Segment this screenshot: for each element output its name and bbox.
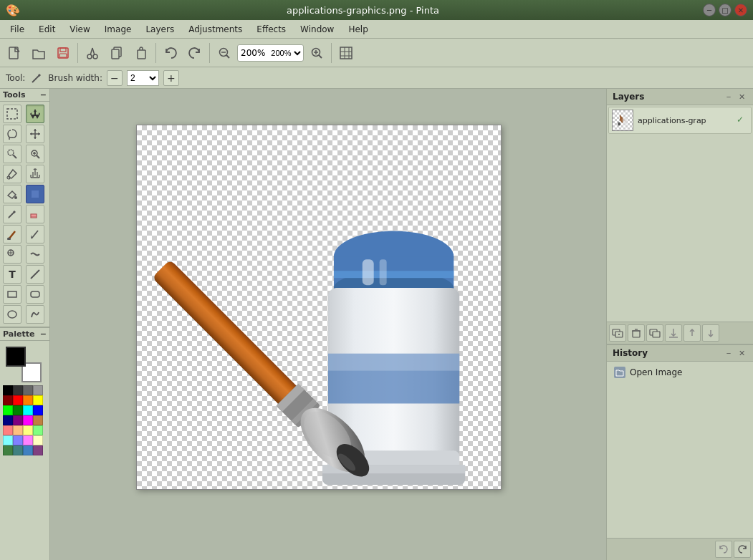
layer-move-up-button[interactable] [684,324,701,342]
grid-button[interactable] [335,42,358,64]
swatch-19[interactable] [33,435,43,445]
tool-eyedropper[interactable] [3,165,21,183]
menu-file[interactable]: File [3,23,32,36]
menu-image[interactable]: Image [97,23,139,36]
menu-window[interactable]: Window [293,23,341,36]
layer-visible-check[interactable]: ✓ [737,115,748,126]
swatch-gray[interactable] [23,385,33,395]
swatch-6[interactable] [23,405,33,415]
menu-adjustments[interactable]: Adjustments [181,23,249,36]
canvas-wrapper[interactable] [136,125,502,490]
swatch-darkgray[interactable] [13,385,23,395]
brush-width-select[interactable]: 1 2 3 4 5 [127,70,159,86]
tool-zoom[interactable] [26,145,44,163]
zoom-out-button[interactable] [213,42,236,64]
zoom-control[interactable]: 200% 100% 200% 400% [237,44,304,62]
menu-view[interactable]: View [62,23,97,36]
color-selector[interactable] [6,347,42,382]
tool-line[interactable] [26,265,44,284]
open-button[interactable] [27,42,50,64]
tool-smudge[interactable] [26,245,44,264]
swatch-17[interactable] [13,435,23,445]
layer-delete-button[interactable] [628,324,645,342]
layer-move-down-button[interactable] [702,324,719,342]
canvas-area[interactable] [50,89,606,560]
tool-eraser[interactable] [26,205,44,223]
tool-text[interactable]: T [3,265,21,284]
tool-rectangle-select[interactable] [3,105,21,123]
swatch-9[interactable] [13,415,23,425]
history-close[interactable]: ✕ [736,347,747,359]
layer-merge-down-button[interactable] [665,324,682,342]
menu-layers[interactable]: Layers [138,23,181,36]
brush-width-increase[interactable]: + [163,70,179,86]
swatch-4[interactable] [3,405,13,415]
tool-pencil[interactable] [3,205,21,223]
tool-ink[interactable] [26,225,44,243]
tool-move[interactable] [26,125,44,143]
palette-collapse[interactable]: − [40,329,47,339]
swatch-12[interactable] [3,425,13,435]
menu-edit[interactable]: Edit [32,23,62,36]
zoom-dropdown[interactable]: 100% 200% 400% [268,48,303,58]
redo-button[interactable] [183,42,206,64]
tool-clone[interactable] [3,245,21,264]
canvas-image[interactable] [137,125,502,491]
history-undo-button[interactable] [715,541,732,558]
tool-color-picker[interactable] [26,185,44,203]
history-redo-button[interactable] [734,541,751,558]
swatch-5[interactable] [13,405,23,415]
zoom-in-button[interactable] [305,42,328,64]
menu-help[interactable]: Help [341,23,375,36]
swatch-8[interactable] [3,415,13,425]
swatch-14[interactable] [23,425,33,435]
tool-move-selection[interactable] [26,105,44,123]
maximize-button[interactable]: □ [719,4,732,16]
swatch-22[interactable] [23,445,33,455]
layers-close[interactable]: ✕ [736,91,747,102]
layer-add-button[interactable] [609,324,626,342]
tool-freeform[interactable] [26,305,44,324]
menu-effects[interactable]: Effects [249,23,293,36]
tool-paintbrush[interactable] [3,225,21,243]
tool-pan[interactable] [26,165,44,183]
layers-minimize[interactable]: − [723,91,734,102]
history-minimize[interactable]: − [723,347,734,359]
layer-item[interactable]: applications-grap ✓ [608,107,752,134]
swatch-15[interactable] [33,425,43,435]
swatch-21[interactable] [13,445,23,455]
new-button[interactable] [3,42,26,64]
foreground-color[interactable] [6,347,26,367]
swatch-3[interactable] [33,395,43,405]
tool-paint-bucket[interactable] [3,185,21,203]
cut-button[interactable] [81,42,104,64]
undo-button[interactable] [159,42,182,64]
paste-button[interactable] [130,42,153,64]
swatch-13[interactable] [13,425,23,435]
tool-rectangle[interactable] [3,285,21,304]
swatch-20[interactable] [3,445,13,455]
swatch-23[interactable] [33,445,43,455]
layer-duplicate-button[interactable] [646,324,663,342]
swatch-16[interactable] [3,435,13,445]
swatch-1[interactable] [13,395,23,405]
save-as-button[interactable] [52,42,75,64]
swatch-black[interactable] [3,385,13,395]
minimize-button[interactable]: ─ [703,4,716,16]
swatch-18[interactable] [23,435,33,445]
swatch-0[interactable] [3,395,13,405]
swatch-11[interactable] [33,415,43,425]
history-item[interactable]: Open Image [610,365,750,380]
swatch-7[interactable] [33,405,43,415]
tool-lasso[interactable] [3,125,21,143]
swatch-lightgray[interactable] [33,385,43,395]
tool-rounded-rect[interactable] [26,285,44,304]
swatch-10[interactable] [23,415,33,425]
copy-button[interactable] [105,42,128,64]
close-button[interactable]: ✕ [734,4,747,16]
tool-magic-wand[interactable] [3,145,21,163]
tools-collapse[interactable]: − [40,90,47,100]
brush-width-decrease[interactable]: − [107,70,123,86]
swatch-2[interactable] [23,395,33,405]
tool-ellipse[interactable] [3,305,21,324]
